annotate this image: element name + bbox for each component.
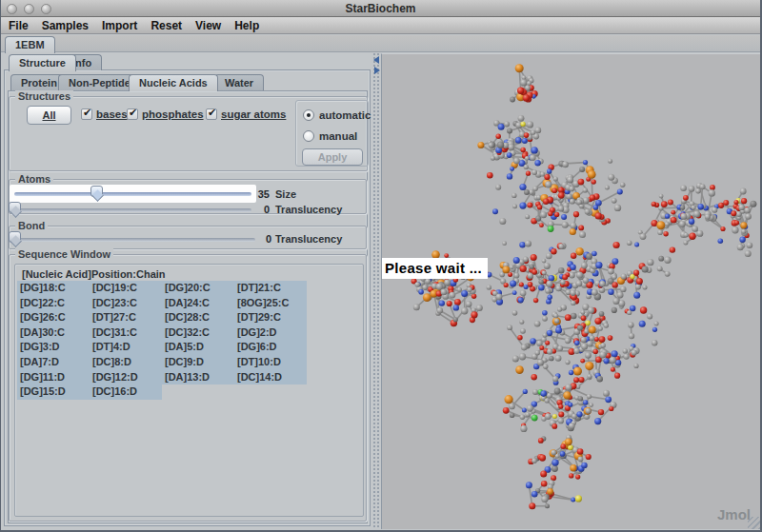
sequence-item[interactable]: [DC]28:C	[162, 310, 234, 325]
tab-1ebm[interactable]: 1EBM	[5, 36, 55, 53]
checkbox-sugar-atoms[interactable]: ✔ sugar atoms	[206, 108, 286, 120]
radio-automatic[interactable]: automatic	[303, 109, 371, 121]
tab-nucleic-acids[interactable]: Nucleic Acids	[129, 74, 218, 91]
sequence-window-group: Sequence Window [Nucleic Acid]Position:C…	[9, 254, 367, 522]
sequence-item[interactable]: [DC]19:C	[90, 281, 162, 296]
sequence-item[interactable]: [DA]5:D	[162, 340, 234, 355]
molecule-viewer[interactable]: Please wait ... Jmol	[381, 53, 760, 529]
sequence-item[interactable]: [DT]29:C	[234, 310, 307, 325]
sequence-list: [Nucleic Acid]Position:Chain [DG]18:C[DC…	[14, 264, 364, 517]
sequence-item[interactable]: [DG]12:D	[90, 370, 162, 385]
checkbox-sugar-atoms-box[interactable]: ✔	[206, 108, 217, 120]
sequence-item[interactable]: [8OG]25:C	[234, 296, 307, 311]
atom-translucency-value: 0	[252, 204, 270, 215]
checkbox-bases-label: bases	[96, 108, 128, 120]
tab-water[interactable]: Water	[214, 74, 264, 90]
sequence-item[interactable]: [DG]26:C	[17, 310, 90, 325]
atom-size-slider[interactable]	[14, 192, 251, 196]
collapse-left-icon[interactable]	[373, 56, 379, 64]
check-icon: ✔	[208, 107, 216, 119]
checkbox-bases[interactable]: ✔ bases	[81, 108, 128, 120]
sequence-item[interactable]: [DC]9:D	[162, 355, 234, 370]
atom-translucency-slider[interactable]	[14, 208, 251, 212]
sequence-item[interactable]: [DC]31:C	[90, 325, 162, 341]
sequence-header: [Nucleic Acid]Position:Chain	[22, 268, 166, 280]
sequence-grid: [DG]18:C[DC]19:C[DG]20:C[DT]21:C[DC]22:C…	[17, 281, 307, 400]
tab-structure[interactable]: Structure	[9, 54, 76, 71]
document-tab-strip: 1EBM	[1, 35, 760, 52]
bond-group-label: Bond	[15, 220, 48, 231]
sequence-window-label: Sequence Window	[15, 248, 113, 260]
radio-manual[interactable]: manual	[303, 130, 357, 142]
sequence-item[interactable]: [DG]15:D	[17, 384, 90, 400]
bond-translucency-value: 0	[254, 233, 271, 245]
collapse-right-icon[interactable]	[374, 67, 380, 74]
apply-button[interactable]: Apply	[302, 148, 363, 166]
checkbox-phosphates-label: phosphates	[142, 108, 204, 120]
sequence-item[interactable]: [DT]21:C	[234, 281, 307, 296]
checkbox-phosphates[interactable]: ✔ phosphates	[127, 108, 204, 120]
menu-item-import[interactable]: Import	[102, 19, 137, 32]
split-pane-divider[interactable]	[372, 52, 381, 529]
resize-grip[interactable]	[748, 517, 760, 529]
sequence-item[interactable]: [DA]7:D	[17, 355, 90, 370]
menu-item-view[interactable]: View	[195, 19, 221, 32]
sequence-item[interactable]: [DT]10:D	[234, 355, 307, 370]
radio-automatic-dot[interactable]	[303, 109, 314, 121]
sequence-item[interactable]: [DG]18:C	[17, 281, 90, 296]
check-icon: ✔	[83, 107, 91, 119]
radio-automatic-label: automatic	[319, 109, 371, 121]
sequence-item[interactable]: [DG]11:D	[17, 370, 90, 385]
atom-size-slider-handle[interactable]	[90, 186, 103, 197]
atom-size-label: Size	[275, 188, 296, 200]
jmol-watermark: Jmol	[717, 506, 751, 522]
menu-item-file[interactable]: File	[9, 19, 29, 32]
atoms-group-label: Atoms	[15, 173, 53, 185]
molecule-render	[382, 54, 760, 529]
radio-manual-dot[interactable]	[303, 130, 314, 142]
bond-translucency-slider-handle[interactable]	[9, 231, 21, 243]
sequence-item[interactable]: [DC]23:C	[90, 296, 162, 311]
sequence-item[interactable]: [DG]20:C	[162, 281, 234, 296]
atom-size-value: 35	[252, 188, 270, 200]
sequence-item[interactable]: [DC]16:D	[90, 384, 162, 400]
sequence-item[interactable]: [DC]14:D	[234, 370, 307, 385]
checkbox-bases-box[interactable]: ✔	[81, 108, 92, 120]
selection-mode-group: automatic manual Apply	[295, 100, 369, 167]
app-window: StarBiochem File Samples Import Reset Vi…	[0, 0, 762, 532]
sequence-item[interactable]: [DA]13:D	[162, 370, 234, 385]
sequence-item[interactable]: [DG]3:D	[17, 340, 90, 355]
window-title: StarBiochem	[1, 0, 760, 17]
menu-bar: File Samples Import Reset View Help	[1, 17, 760, 34]
sequence-item[interactable]: [DA]24:C	[162, 296, 234, 311]
sequence-item[interactable]: [DC]8:D	[90, 355, 162, 370]
checkbox-phosphates-box[interactable]: ✔	[127, 108, 138, 120]
bond-translucency-label: Translucency	[275, 233, 342, 245]
sequence-item[interactable]: [DT]4:D	[90, 340, 162, 355]
please-wait-overlay: Please wait ...	[382, 258, 488, 279]
structures-group-label: Structures	[15, 90, 73, 102]
sequence-item[interactable]: [DC]32:C	[162, 325, 234, 341]
radio-selected-icon	[307, 113, 311, 117]
sequence-item[interactable]: [DA]30:C	[17, 325, 90, 341]
sequence-item[interactable]: [DG]6:D	[234, 340, 307, 355]
radio-manual-label: manual	[319, 130, 357, 142]
menu-item-samples[interactable]: Samples	[42, 19, 89, 32]
bond-translucency-slider[interactable]	[14, 238, 255, 242]
atom-translucency-label: Translucency	[275, 204, 342, 215]
all-button[interactable]: All	[27, 106, 71, 125]
atom-translucency-slider-handle[interactable]	[9, 202, 21, 213]
structures-group: Structures All ✔ bases ✔ phosphates ✔ su…	[9, 96, 368, 171]
menu-item-reset[interactable]: Reset	[150, 19, 182, 32]
title-bar[interactable]: StarBiochem	[1, 0, 760, 17]
menu-item-help[interactable]: Help	[234, 19, 259, 32]
sequence-item[interactable]: [DT]27:C	[90, 310, 162, 325]
check-icon: ✔	[129, 107, 137, 119]
checkbox-sugar-atoms-label: sugar atoms	[221, 108, 286, 120]
sequence-item[interactable]: [DC]22:C	[17, 296, 90, 311]
sequence-item[interactable]: [DG]2:D	[234, 325, 307, 341]
